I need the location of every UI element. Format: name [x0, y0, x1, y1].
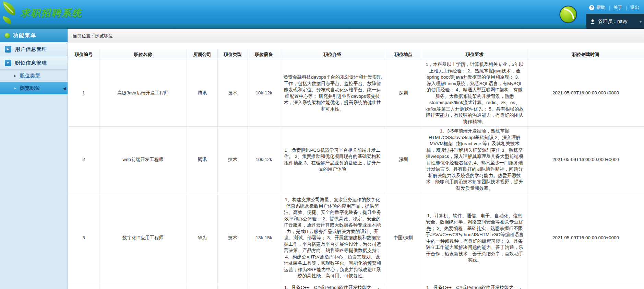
- submenu-arrow-icon: ►: [14, 74, 17, 78]
- user-icon: [590, 19, 595, 24]
- app-title: 求职招聘系统: [21, 7, 82, 19]
- avatar[interactable]: [559, 5, 577, 24]
- cell-salary: 10k-12k: [248, 60, 280, 127]
- cell-salary: 13k-15k: [248, 283, 280, 289]
- cell-intro: 负责金融科技devops平台的规划设计和开发实现工作，包括大数据日志平台、监控平…: [280, 60, 385, 127]
- sidebar-item-label: 用户信息管理: [15, 46, 47, 53]
- top-header: 求职招聘系统 ? 帮助 | 关于 | 退出 管理员：navy: [0, 0, 644, 29]
- sidebar-title: 功能菜单: [13, 32, 36, 39]
- col-header-intro: 职位介绍: [280, 49, 385, 60]
- app-window: 求职招聘系统 ? 帮助 | 关于 | 退出 管理员：navy: [0, 0, 644, 289]
- cell-company: 华为: [187, 193, 218, 283]
- help-icon: ?: [589, 5, 594, 10]
- cell-job-type: 技术: [218, 127, 248, 193]
- about-link[interactable]: 关于: [613, 4, 622, 11]
- logout-link[interactable]: 退出: [630, 4, 639, 11]
- col-header-requirements: 职位要求: [422, 49, 527, 60]
- cell-requirements: 1、计算机、软件、通信、电子、自动化、信息安全、数据统计学、网络空间安全等相关专…: [422, 193, 527, 283]
- header-links: ? 帮助 | 关于 | 退出: [589, 4, 643, 11]
- cell-salary: 10k-12k: [248, 127, 280, 193]
- cell-location: 深圳: [385, 127, 422, 193]
- selected-pointer-icon: ◀: [63, 86, 67, 91]
- link-separator: |: [609, 5, 610, 10]
- cell-job-id: 4: [68, 283, 99, 289]
- sidebar-title-bar: 功能菜单: [0, 29, 68, 42]
- table-row: 3 数字化IT应用工程师 华为 技术 13k-15k 1、构建支撑公司海量、复杂…: [68, 193, 644, 283]
- sidebar-subitem-job-type[interactable]: ► 职位类型: [0, 70, 68, 82]
- cell-created-time: 2021-05-09T16:00:00.000+0000: [527, 283, 644, 289]
- cell-job-name: web前端开发工程师: [99, 127, 187, 193]
- cell-requirements: 1，本科及以上学历，计算机及相关专业，5年以上相关工作经验； 2、熟练掌握jav…: [422, 60, 527, 127]
- cell-requirements: 1、3-5年前端开发经验，熟练掌握HTML/CSS/JavaScript基础知识…: [422, 127, 527, 193]
- cell-location: 中国/深圳: [385, 193, 422, 283]
- col-header-location: 职位地点: [385, 49, 422, 60]
- cell-job-id: 2: [68, 127, 99, 193]
- admin-dropdown[interactable]: 管理员：navy ▼: [586, 14, 644, 29]
- col-header-job-id: 职位编号: [68, 49, 99, 60]
- cell-salary: 13k-15k: [248, 193, 280, 283]
- leaf-logo-icon: [2, 1, 17, 25]
- col-header-job-type: 职位类型: [218, 49, 248, 60]
- link-separator: |: [626, 5, 627, 10]
- help-link[interactable]: 帮助: [596, 4, 605, 11]
- app-logo: 求职招聘系统: [2, 1, 82, 25]
- cell-intro: 1、具备C++、C#或Python软件开发技能之一，或者熟悉IEC61131-3…: [280, 283, 385, 289]
- sidebar-item-user-info-management[interactable]: ▶ 用户信息管理: [0, 42, 68, 56]
- cell-created-time: 2021-05-09T16:00:00.000+0000: [527, 127, 644, 193]
- cell-company: 腾讯: [187, 127, 218, 193]
- cell-location: 中国/深圳: [385, 283, 422, 289]
- menu-gem-icon: [5, 33, 10, 38]
- sidebar: 功能菜单 ▶ 用户信息管理 ▼ 职位信息管理 ► 职位类型 ► 浏览职位 ◀: [0, 29, 68, 289]
- sidebar-subitem-label[interactable]: 职位类型: [20, 73, 40, 79]
- breadcrumb: 当前位置：浏览职位: [68, 29, 644, 43]
- caret-down-icon[interactable]: ▼: [639, 20, 642, 24]
- sidebar-item-job-info-management[interactable]: ▼ 职位信息管理: [0, 56, 68, 70]
- col-header-created-time: 职位创建时间: [527, 49, 644, 60]
- admin-label: 管理员：navy: [598, 19, 628, 25]
- table-row: 1 高级Java后端开发工程师 腾讯 技术 10k-12k 负责金融科技devo…: [68, 60, 644, 127]
- cell-job-type: 技术: [218, 60, 248, 127]
- cell-company: 腾讯: [187, 60, 218, 127]
- expanded-arrow-icon: ▼: [5, 60, 11, 66]
- cell-intro: 1、构建支撑公司海量、复杂业务运作的数字化信息系统及极致用户体验的应用产品，提供…: [280, 193, 385, 283]
- collapsed-arrow-icon: ▶: [5, 46, 11, 53]
- jobs-table: 职位编号 职位名称 所属公司 职位类型 职位薪资 职位介绍 职位地点 职位要求 …: [68, 49, 644, 289]
- table-row: 2 web前端开发工程师 腾讯 技术 10k-12k 1、负责腾讯PCG机器学习…: [68, 127, 644, 193]
- col-header-salary: 职位薪资: [248, 49, 280, 60]
- cell-job-name: 高级Java后端开发工程师: [99, 60, 187, 127]
- cell-job-name: 数字化IT应用工程师: [99, 193, 187, 283]
- table-header-row: 职位编号 职位名称 所属公司 职位类型 职位薪资 职位介绍 职位地点 职位要求 …: [68, 49, 644, 60]
- cell-location: 深圳: [385, 60, 422, 127]
- header-bottom-strip: [0, 24, 644, 29]
- cell-job-id: 3: [68, 193, 99, 283]
- col-header-company: 所属公司: [187, 49, 218, 60]
- col-header-job-name: 职位名称: [99, 49, 187, 60]
- sidebar-subitem-browse-jobs[interactable]: ► 浏览职位 ◀: [0, 82, 68, 94]
- cell-job-id: 1: [68, 60, 99, 127]
- cell-job-type: 技术: [218, 283, 248, 289]
- cell-requirements: 1、具备C++、C#或Python软件开发技能之一，或者熟悉IEC61131-3…: [422, 283, 527, 289]
- submenu-arrow-icon: ►: [14, 86, 17, 90]
- cell-created-time: 2021-05-09T16:00:00.000+0000: [527, 60, 644, 127]
- cell-job-name: 自动化控制工程师: [99, 283, 187, 289]
- sidebar-item-label: 职位信息管理: [15, 60, 47, 66]
- table-row: 4 自动化控制工程师 华为 技术 13k-15k 1、具备C++、C#或Pyth…: [68, 283, 644, 289]
- cell-created-time: 2021-05-09T16:00:00.000+0000: [527, 193, 644, 283]
- cell-company: 华为: [187, 283, 218, 289]
- cell-intro: 1、负责腾讯PCG机器学习平台相关前端开发工作。 2、负责推动和优化项目现有的基…: [280, 127, 385, 193]
- sidebar-subitem-label[interactable]: 浏览职位: [20, 85, 40, 91]
- main-content: 当前位置：浏览职位 职位编号 职位名称 所属公司 职位类型 职位薪资 职位介绍 …: [68, 29, 644, 289]
- cell-job-type: 技术: [218, 193, 248, 283]
